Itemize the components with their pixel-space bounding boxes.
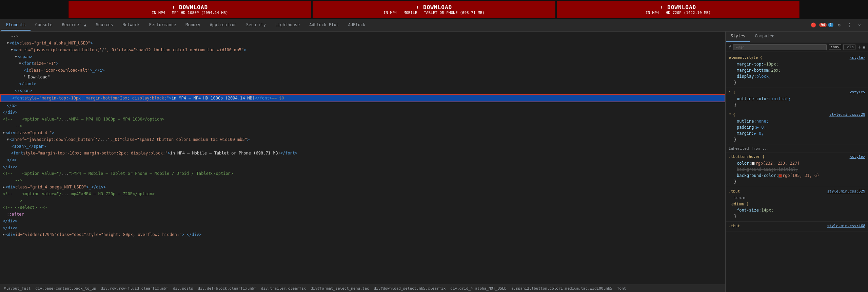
filter-cls[interactable]: .cls [843, 44, 856, 50]
dom-line-div-close4[interactable]: </div> [0, 224, 725, 231]
dom-line-i[interactable]: <i class= "icon-download-alt" >_</i> [0, 67, 725, 74]
style-line: font-size: 14px; [729, 207, 865, 213]
swatch-icon[interactable] [778, 174, 782, 178]
breadcrumb-item[interactable]: a.span12.tbutton.color1.medium.tac.wid10… [510, 286, 613, 291]
dom-line-div-close1[interactable]: </div> [0, 109, 725, 116]
dom-line-span2[interactable]: <span>_</span> [0, 143, 725, 150]
style-source[interactable]: style.min.css:468 [827, 224, 865, 228]
dom-line-font-close[interactable]: </font> [0, 80, 725, 87]
redacted-comment3: ... [61, 191, 69, 197]
css-prop[interactable]: display: [731, 73, 756, 79]
inspect-icon[interactable]: ▣ [863, 45, 865, 50]
tab-adblock[interactable]: AdBlock [343, 20, 370, 31]
style-source[interactable]: style.min.css:529 [827, 189, 865, 194]
dom-line[interactable]: --> [0, 33, 725, 40]
css-prop[interactable]: outline: [731, 118, 756, 124]
dom-line-span-close[interactable]: </span> [0, 87, 725, 94]
dom-line-a-close2[interactable]: </a> [0, 157, 725, 163]
style-source[interactable]: <style> [850, 90, 865, 94]
dom-line-comment1-end: --> [0, 123, 725, 129]
dom-line-font1[interactable]: <font size= "+1" > [0, 60, 725, 67]
css-prop[interactable]: background-image: [731, 166, 778, 172]
triangle-icon[interactable] [19, 60, 21, 67]
download-btn-mobile[interactable]: ⬇ DOWNLOAD IN MP4 - MOBILE - TABLET OR P… [313, 1, 555, 18]
triangle-icon[interactable] [7, 40, 9, 46]
breadcrumb-item[interactable]: div.grid_4.alpha_NOT_USED [449, 286, 508, 291]
style-brace: } [729, 79, 865, 86]
dom-line-anchor1[interactable]: <a href= "javascript:download_button(' /… [0, 47, 725, 53]
breadcrumb-item[interactable]: div.page-content.back_to_up [34, 286, 97, 291]
tab-console[interactable]: Console [31, 20, 57, 31]
dom-line-grid4-omega[interactable]: <div class= "grid_4 omega_NOT_USED" >_</… [0, 184, 725, 190]
css-prop[interactable]: background-color: [731, 172, 778, 179]
tab-styles[interactable]: Styles [726, 32, 750, 42]
styles-filter-input[interactable] [733, 44, 827, 50]
more-icon[interactable]: ⋮ [845, 21, 854, 30]
dom-line-grid4[interactable]: <div class= "grid_4 " > [0, 129, 725, 136]
css-selector-tbut468: .tbut [729, 224, 740, 228]
tab-network[interactable]: Network [118, 20, 144, 31]
style-source[interactable]: <style> [850, 55, 865, 60]
breadcrumb-item[interactable]: div.trailer.clearfix [260, 286, 307, 291]
css-prop[interactable]: margin: [731, 130, 754, 136]
tag-i: <i [24, 67, 28, 73]
breadcrumb-item[interactable]: #layout_full [3, 286, 32, 291]
tag-font2-end: </font> [280, 150, 298, 156]
dom-line-text-download[interactable]: " Download" [0, 74, 725, 80]
breadcrumb-item[interactable]: div#download_select.mb5.clearfix [373, 286, 447, 291]
tab-lighthouse[interactable]: Lighthouse [271, 20, 304, 31]
tab-security[interactable]: Security [241, 20, 271, 31]
triangle-icon[interactable] [3, 130, 5, 136]
style-brace: } [729, 102, 865, 108]
breadcrumb-item[interactable]: div.row.row-fluid.clearfix.mbf [100, 286, 169, 291]
dom-line-viddesc[interactable]: <div id= "viddesc17945" class= "desc" st… [0, 231, 725, 238]
triangle-icon[interactable] [7, 136, 9, 143]
tag-font-hl-close: > [169, 95, 171, 101]
breadcrumb-item[interactable]: div.def-block.clearfix.mbf [197, 286, 257, 291]
css-prop[interactable]: padding: [731, 124, 756, 130]
dom-line-div-close2[interactable]: </div> [0, 163, 725, 170]
style-source[interactable]: style.min.css:29 [829, 112, 865, 117]
triangle-icon[interactable] [3, 232, 5, 238]
close-icon[interactable]: ✕ [855, 21, 864, 30]
breadcrumb-item[interactable]: div.posts [172, 286, 194, 291]
style-source[interactable]: <style> [850, 154, 865, 159]
dom-line-comment3: <!-- <option value="/ ... .mp4">MP4 – HD… [0, 190, 725, 197]
tab-adblock-plus[interactable]: Adblock Plus [304, 20, 343, 31]
breadcrumb-item-font[interactable]: font [616, 286, 627, 291]
breadcrumb-item[interactable]: div#format_select_menu.tac [310, 286, 370, 291]
tag-div-omega: <div [5, 184, 15, 190]
css-prop[interactable]: outline-color: [731, 96, 771, 102]
download-btn-720p[interactable]: ⬇ DOWNLOAD IN MP4 - HD 720P (1422.10 MB) [557, 1, 800, 18]
css-selector-star1: * { [729, 90, 735, 94]
dom-line-grid4-alpha[interactable]: <div class= "grid_4 alpha_NOT_USED" > [0, 40, 725, 47]
tab-recorder[interactable]: Recorder ▲ [57, 20, 91, 31]
color-swatch-white [751, 160, 755, 166]
tag-font-close: > [56, 60, 58, 67]
swatch-icon[interactable] [751, 162, 755, 165]
triangle-icon[interactable] [3, 184, 5, 190]
tab-memory[interactable]: Memory [181, 20, 205, 31]
css-prop[interactable]: font-size: [731, 207, 761, 213]
dom-line-span[interactable]: <span> [0, 53, 725, 60]
css-prop[interactable]: margin-bottom: [731, 67, 771, 73]
dom-line-a-close1[interactable]: </a> [0, 102, 725, 109]
settings-icon[interactable]: ⚙ [835, 21, 844, 30]
plus-icon[interactable]: + [857, 44, 861, 50]
filter-hov[interactable]: :hov [829, 44, 841, 50]
css-prop[interactable]: margin-top: [731, 61, 764, 67]
tab-elements[interactable]: Elements [1, 20, 31, 31]
attr-style-viddesc-val: "height: 80px; overflow: hidden;" [101, 232, 182, 238]
tab-sources[interactable]: Sources [91, 20, 118, 31]
tab-performance[interactable]: Performance [144, 20, 181, 31]
triangle-icon[interactable] [11, 47, 13, 53]
download-btn-1080p[interactable]: ⬇ DOWNLOAD IN MP4 - MP4 HD 1080P (2094.1… [68, 1, 311, 18]
dom-line-font-highlighted[interactable]: <font style= "margin-top:-10px; margin-b… [0, 94, 725, 102]
triangle-icon[interactable] [15, 54, 17, 60]
css-prop[interactable]: color: [731, 160, 751, 166]
dom-line-anchor2[interactable]: <a href= "javascript:download_button('/ … [0, 136, 725, 143]
tab-application[interactable]: Application [205, 20, 241, 31]
dom-line-div-close3[interactable]: </div> [0, 218, 725, 224]
tab-computed[interactable]: Computed [750, 32, 779, 42]
dom-line-font2[interactable]: <font style= "margin-top:-10px; margin-b… [0, 150, 725, 157]
